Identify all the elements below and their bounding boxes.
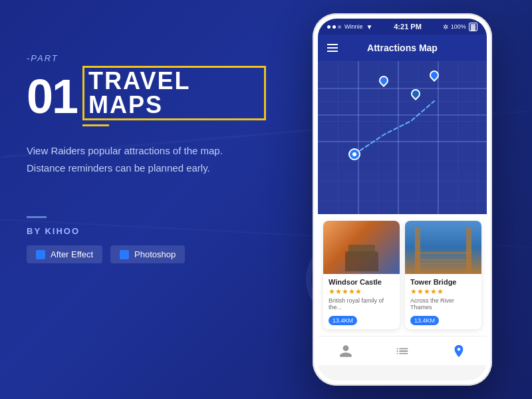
card-img-windsor [323, 221, 400, 274]
map-pin-1[interactable] [379, 76, 388, 85]
battery-level: 100% [451, 23, 466, 30]
left-panel: -PART 01 TRAVEL MAPS View Raiders popula… [27, 53, 266, 263]
tags-container: After Effect Photoshop [27, 245, 266, 263]
ham-line-2 [327, 47, 338, 49]
tag-dot-after-effect [36, 250, 45, 259]
app-header: Attractions Map [318, 35, 487, 61]
bluetooth-icon: ✲ [443, 23, 448, 31]
part-label: -PART [27, 53, 266, 63]
title-underline [82, 124, 109, 126]
title-wrapper: TRAVEL MAPS [82, 66, 266, 126]
status-right: ✲ 100% ▓ [443, 23, 477, 31]
wifi-icon: ▼ [366, 23, 373, 31]
tag-photoshop[interactable]: Photoshop [110, 245, 185, 263]
signal-dot-2 [332, 25, 336, 29]
nav-list[interactable] [395, 344, 410, 358]
card-desc-tower: Across the River Thames [410, 297, 476, 311]
ham-line-1 [327, 44, 338, 45]
card-stars-tower: ★★★★★ [410, 287, 476, 296]
carrier-name: Winnie [344, 23, 363, 30]
map-area[interactable] [318, 61, 487, 214]
card-windsor[interactable]: Windsor Castle ★★★★★ British royal famil… [323, 221, 400, 329]
card-name-tower: Tower Bridge [410, 278, 476, 286]
card-tower[interactable]: Tower Bridge ★★★★★ Across the River Tham… [405, 221, 481, 329]
tag-label-after-effect: After Effect [51, 249, 93, 259]
app-title: Attractions Map [367, 43, 438, 53]
nav-people[interactable] [338, 344, 353, 358]
card-body-windsor: Windsor Castle ★★★★★ British royal famil… [323, 274, 400, 329]
title-text: TRAVEL MAPS [88, 67, 190, 118]
card-desc-windsor: British royal family of the... [329, 297, 394, 311]
part-number: 01 [27, 72, 77, 120]
ham-line-3 [327, 51, 338, 52]
phone-wrapper: Winnie ▼ 4:21 PM ✲ 100% ▓ [313, 13, 492, 386]
status-left: Winnie ▼ [327, 23, 372, 31]
card-dist-windsor: 13.4KM [329, 316, 357, 325]
status-time: 4:21 PM [394, 23, 422, 31]
bottom-nav [318, 336, 487, 365]
signal-dot-3 [338, 25, 341, 29]
card-dist-tower: 13.4KM [410, 316, 439, 325]
tag-after-effect[interactable]: After Effect [27, 245, 102, 263]
nav-map[interactable] [452, 344, 466, 358]
cards-area: Windsor Castle ★★★★★ British royal famil… [318, 214, 487, 336]
map-pin-3[interactable] [430, 70, 439, 80]
route-path [318, 61, 487, 214]
title-row: 01 TRAVEL MAPS [27, 66, 266, 126]
map-pin-2[interactable] [411, 89, 420, 98]
divider [27, 216, 47, 218]
by-label: BY KIHOO [27, 226, 266, 236]
card-body-tower: Tower Bridge ★★★★★ Across the River Tham… [405, 274, 481, 329]
status-bar: Winnie ▼ 4:21 PM ✲ 100% ▓ [318, 19, 487, 35]
hamburger-menu[interactable] [327, 44, 338, 52]
phone-frame: Winnie ▼ 4:21 PM ✲ 100% ▓ [313, 13, 492, 386]
svg-point-1 [352, 152, 356, 156]
signal-dot-1 [327, 25, 331, 29]
card-name-windsor: Windsor Castle [329, 278, 394, 286]
title-box: TRAVEL MAPS [82, 66, 266, 120]
card-img-tower [405, 221, 481, 274]
battery-icon: ▓ [469, 23, 477, 31]
card-stars-windsor: ★★★★★ [329, 287, 394, 296]
tag-dot-photoshop [120, 250, 129, 259]
description: View Raiders popular attractions of the … [27, 142, 266, 176]
tag-label-photoshop: Photoshop [134, 249, 176, 259]
phone-screen: Winnie ▼ 4:21 PM ✲ 100% ▓ [318, 19, 487, 380]
